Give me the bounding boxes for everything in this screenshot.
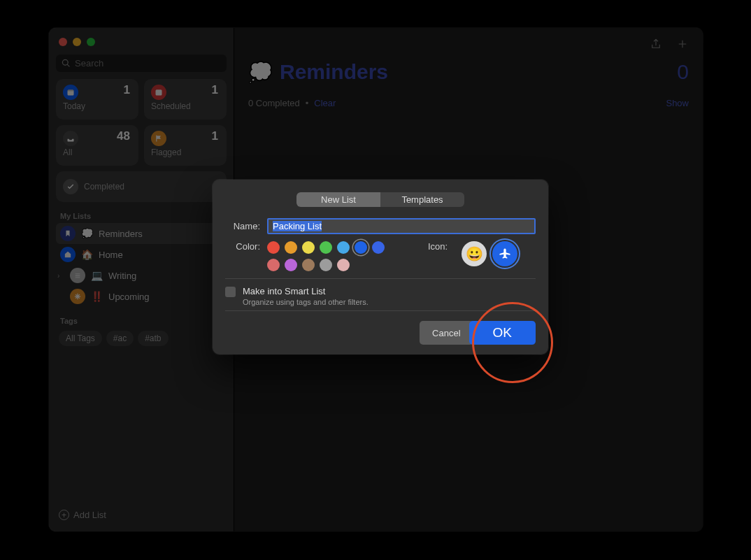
cancel-button[interactable]: Cancel <box>420 321 473 345</box>
add-button[interactable] <box>676 38 689 53</box>
color-label: Color: <box>225 241 260 252</box>
list-row-upcoming[interactable]: ‼️ Upcoming <box>56 286 227 307</box>
list-count: 0 <box>677 60 689 84</box>
list-row-writing[interactable]: › 💻 Writing <box>56 265 227 286</box>
chevron-right-icon[interactable]: › <box>57 272 64 280</box>
tag-item[interactable]: #atb <box>138 331 168 346</box>
tag-all[interactable]: All Tags <box>59 331 102 346</box>
svg-rect-2 <box>156 89 162 95</box>
sidebar: 1 Today 1 Scheduled 48 All <box>49 28 234 531</box>
card-label: All <box>63 148 131 157</box>
completed-row: 0 Completed • Clear Show <box>248 98 689 108</box>
icon-label: Icon: <box>428 241 448 252</box>
color-swatch[interactable] <box>285 259 297 271</box>
list-emoji: 💻 <box>91 270 103 281</box>
toolbar <box>650 38 689 53</box>
list-title-emoji: 💭 <box>248 61 273 84</box>
minimize-icon[interactable] <box>73 38 81 46</box>
card-completed[interactable]: Completed <box>56 171 227 202</box>
card-label: Flagged <box>151 148 220 157</box>
my-lists: 💭 Reminders 🏠 Home › 💻 Writing ‼️ Upcomi… <box>56 223 227 307</box>
dialog-buttons: Cancel OK <box>225 321 536 345</box>
house-icon <box>60 247 76 262</box>
plus-circle-icon: + <box>59 510 69 520</box>
smart-list-cards: 1 Today 1 Scheduled 48 All <box>56 79 227 202</box>
clear-button[interactable]: Clear <box>314 98 336 108</box>
tray-icon <box>63 131 78 146</box>
list-name: Reminders <box>99 229 143 239</box>
color-swatch[interactable] <box>302 259 315 271</box>
tab-templates[interactable]: Templates <box>380 192 464 207</box>
card-label: Completed <box>84 182 124 192</box>
window-controls <box>56 35 227 55</box>
color-swatch[interactable] <box>337 241 350 254</box>
list-emoji: 🏠 <box>81 249 93 260</box>
color-swatch[interactable] <box>320 259 332 271</box>
card-all[interactable]: 48 All <box>56 125 138 166</box>
maximize-icon[interactable] <box>87 38 95 46</box>
color-swatches <box>267 241 400 271</box>
smart-list-checkbox[interactable] <box>225 287 236 297</box>
svg-rect-5 <box>76 278 80 278</box>
section-my-lists: My Lists <box>60 212 227 220</box>
airplane-icon <box>498 247 512 261</box>
color-swatch[interactable] <box>337 259 350 271</box>
search-icon <box>62 59 71 68</box>
add-list-button[interactable]: + Add List <box>56 505 227 524</box>
list-name: Home <box>99 250 123 260</box>
close-icon[interactable] <box>59 38 67 46</box>
color-swatch[interactable] <box>267 241 280 254</box>
ok-button[interactable]: OK <box>469 321 536 345</box>
list-row-home[interactable]: 🏠 Home <box>56 244 227 265</box>
color-swatch[interactable] <box>302 241 315 254</box>
card-flagged[interactable]: 1 Flagged <box>144 125 227 166</box>
color-icon-row: Color: Icon: 😀 <box>225 241 536 271</box>
card-today[interactable]: 1 Today <box>56 79 138 120</box>
card-scheduled[interactable]: 1 Scheduled <box>144 79 227 120</box>
separator: • <box>306 98 309 108</box>
search-input[interactable] <box>75 58 221 69</box>
checkmark-icon <box>63 179 78 194</box>
tags-container: All Tags #ac #atb <box>56 328 227 349</box>
color-swatch[interactable] <box>285 241 297 254</box>
search-field[interactable] <box>56 55 227 72</box>
show-button[interactable]: Show <box>666 98 689 108</box>
name-input[interactable] <box>267 218 536 234</box>
card-label: Scheduled <box>151 101 220 111</box>
tab-new-list[interactable]: New List <box>296 192 380 207</box>
smart-list-title: Make into Smart List <box>243 286 369 296</box>
smart-list-subtitle: Organize using tags and other filters. <box>243 298 369 306</box>
color-swatch[interactable] <box>320 241 332 254</box>
name-row: Name: <box>225 218 536 234</box>
color-swatch[interactable] <box>372 241 385 254</box>
flag-icon <box>151 131 166 146</box>
card-label: Today <box>63 101 131 111</box>
asterisk-icon <box>70 289 85 304</box>
card-count: 1 <box>212 129 218 143</box>
svg-rect-3 <box>76 274 80 275</box>
card-count: 1 <box>212 83 218 97</box>
list-emoji: ‼️ <box>91 291 103 302</box>
add-list-label: Add List <box>73 510 106 520</box>
new-list-dialog: New List Templates Name: Color: Icon: 😀 … <box>213 180 548 354</box>
tag-item[interactable]: #ac <box>106 331 134 346</box>
list-icon <box>70 268 85 283</box>
card-count: 1 <box>124 83 130 97</box>
divider <box>225 278 536 279</box>
dialog-tabs: New List Templates <box>296 192 464 207</box>
color-swatch[interactable] <box>355 241 367 254</box>
card-count: 48 <box>117 129 130 143</box>
name-label: Name: <box>225 221 260 231</box>
icon-option-airplane[interactable] <box>492 241 517 266</box>
bookmark-icon <box>60 226 76 241</box>
icon-option-emoji[interactable]: 😀 <box>462 241 487 266</box>
icon-selector: 😀 <box>462 241 517 266</box>
share-button[interactable] <box>650 38 662 53</box>
section-tags: Tags <box>60 317 227 325</box>
list-row-reminders[interactable]: 💭 Reminders <box>56 223 227 244</box>
color-swatch[interactable] <box>267 259 280 271</box>
completed-count: 0 Completed <box>248 98 300 108</box>
calendar-today-icon <box>63 85 78 100</box>
svg-rect-1 <box>68 89 74 91</box>
divider <box>225 310 536 311</box>
